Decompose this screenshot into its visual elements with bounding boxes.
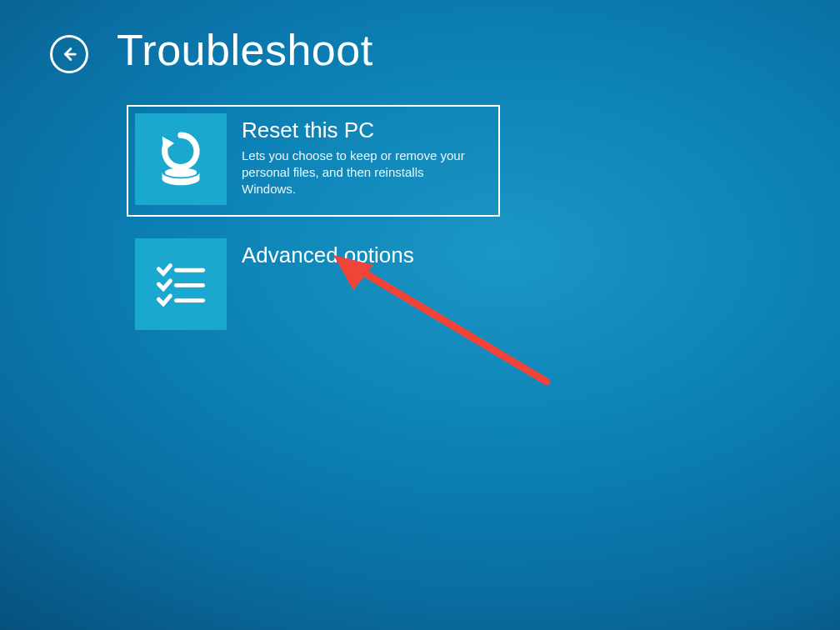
svg-marker-6 xyxy=(162,137,174,152)
back-arrow-icon xyxy=(60,45,78,63)
option-description: Lets you choose to keep or remove your p… xyxy=(242,148,475,198)
option-text: Reset this PC Lets you choose to keep or… xyxy=(227,113,488,198)
page-title: Troubleshoot xyxy=(117,25,373,75)
option-title: Reset this PC xyxy=(242,118,488,142)
options-list: Reset this PC Lets you choose to keep or… xyxy=(127,105,500,342)
checklist-icon xyxy=(135,238,227,330)
reset-icon xyxy=(135,113,227,205)
option-title: Advanced options xyxy=(242,243,488,268)
option-text: Advanced options xyxy=(227,238,488,272)
back-button[interactable] xyxy=(50,35,88,73)
option-reset-this-pc[interactable]: Reset this PC Lets you choose to keep or… xyxy=(127,105,500,217)
header: Troubleshoot xyxy=(50,25,373,75)
option-advanced-options[interactable]: Advanced options xyxy=(127,230,500,342)
